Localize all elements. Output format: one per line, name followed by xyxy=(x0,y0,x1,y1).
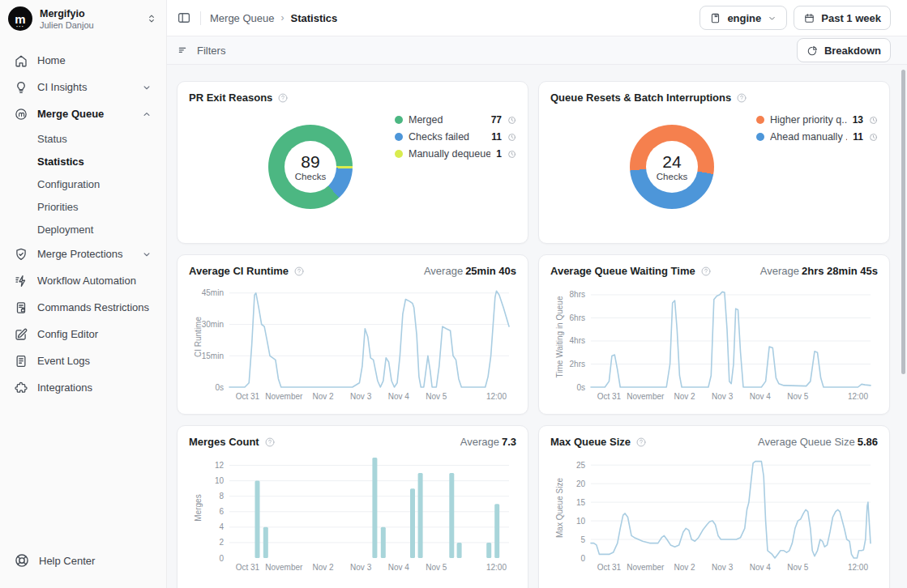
help-icon[interactable] xyxy=(736,92,747,104)
svg-text:Nov 4: Nov 4 xyxy=(750,563,772,572)
line-chart[interactable]: 0510152025Oct 31NovemberNov 2Nov 3Nov 4N… xyxy=(550,451,879,574)
filters-toolbar: Filters Breakdown xyxy=(167,36,907,65)
svg-text:Nov 4: Nov 4 xyxy=(750,392,772,401)
help-icon[interactable] xyxy=(293,266,305,277)
sidebar-item-workflow-automation[interactable]: Workflow Automation xyxy=(6,267,160,294)
card-pr-exit-reasons: PR Exit Reasons 89 Checks Merged77Checks… xyxy=(177,81,528,244)
svg-text:Nov 4: Nov 4 xyxy=(388,392,410,401)
svg-text:12: 12 xyxy=(215,461,225,470)
sidebar-item-event-logs[interactable]: Event Logs xyxy=(6,347,160,374)
sidebar-item-configuration[interactable]: Configuration xyxy=(6,173,160,195)
donut-chart[interactable]: 24 Checks xyxy=(630,125,714,209)
donut-center-value: 89 xyxy=(301,152,319,171)
sidebar-nav: HomeCI InsightsMerge QueueStatusStatisti… xyxy=(0,37,166,401)
svg-text:45min: 45min xyxy=(202,288,224,297)
pie-chart-icon xyxy=(806,45,819,57)
legend-value: 1 xyxy=(496,148,502,160)
sidebar-item-integrations[interactable]: Integrations xyxy=(6,374,160,401)
sidebar-item-commands-restrictions[interactable]: Commands Restrictions xyxy=(6,294,160,321)
average-readout: Average25min 40s xyxy=(424,265,516,277)
sidebar-item-config-editor[interactable]: Config Editor xyxy=(6,321,160,347)
svg-text:Nov 4: Nov 4 xyxy=(388,563,410,572)
sidebar-item-merge-queue[interactable]: Merge Queue xyxy=(6,100,160,127)
svg-text:12:00: 12:00 xyxy=(486,563,507,572)
card-title: Max Queue Size xyxy=(550,436,647,448)
sidebar-item-priorities[interactable]: Priorities xyxy=(6,195,160,218)
help-icon[interactable] xyxy=(700,266,712,277)
legend-dot xyxy=(756,116,764,124)
vertical-scrollbar-thumb[interactable] xyxy=(901,70,905,374)
line-chart[interactable]: 0s2hrs4hrs6hrs8hrsOct 31NovemberNov 2Nov… xyxy=(550,280,879,403)
clipboard-icon xyxy=(14,300,28,315)
legend-item[interactable]: Ahead manually ...11 xyxy=(756,131,878,143)
card-queue-resets: Queue Resets & Batch Interruptions 24 Ch… xyxy=(538,81,890,244)
svg-text:12:00: 12:00 xyxy=(848,563,868,572)
legend-item[interactable]: Checks failed11 xyxy=(395,131,516,143)
svg-text:15min: 15min xyxy=(202,352,224,360)
svg-text:Nov 3: Nov 3 xyxy=(350,392,372,401)
breadcrumb: Merge Queue › Statistics xyxy=(210,12,337,24)
filter-icon xyxy=(177,44,190,57)
svg-text:8: 8 xyxy=(219,492,224,501)
svg-text:CI Runtime: CI Runtime xyxy=(194,317,203,357)
queue-icon xyxy=(14,107,28,121)
donut-center-value: 24 xyxy=(662,152,681,171)
filters-button[interactable]: Filters xyxy=(177,44,225,57)
svg-text:0s: 0s xyxy=(215,383,224,392)
mergify-logo: m ··· xyxy=(8,6,32,31)
legend-label: Checks failed xyxy=(409,131,486,143)
sidebar-toggle-icon[interactable] xyxy=(177,11,191,25)
clock-icon[interactable] xyxy=(869,116,878,125)
help-icon[interactable] xyxy=(264,437,276,448)
svg-text:Nov 2: Nov 2 xyxy=(674,563,696,572)
sidebar-item-statistics[interactable]: Statistics xyxy=(6,150,160,173)
chart-legend: Higher priority q...13Ahead manually ...… xyxy=(756,114,878,143)
line-chart[interactable]: 0s15min30min45minOct 31NovemberNov 2Nov … xyxy=(189,280,517,403)
repository-selector-button[interactable]: engine xyxy=(700,6,787,30)
legend-dot xyxy=(395,133,403,141)
workspace-user: Julien Danjou xyxy=(40,20,94,30)
sidebar-item-merge-protections[interactable]: Merge Protections xyxy=(6,241,160,267)
puzzle-icon xyxy=(14,381,28,395)
svg-text:Nov 3: Nov 3 xyxy=(350,563,372,572)
clock-icon[interactable] xyxy=(507,133,516,142)
sidebar-item-home[interactable]: Home xyxy=(6,47,160,74)
sidebar-item-ci-insights[interactable]: CI Insights xyxy=(6,74,160,100)
svg-text:12:00: 12:00 xyxy=(848,392,868,401)
clock-icon[interactable] xyxy=(869,133,878,142)
bar-chart[interactable]: 024681012Oct 31NovemberNov 2Nov 3Nov 4No… xyxy=(189,451,517,574)
date-range-label: Past 1 week xyxy=(821,12,881,24)
svg-text:0: 0 xyxy=(580,554,585,563)
breakdown-button[interactable]: Breakdown xyxy=(797,38,891,62)
chart-legend: Merged77Checks failed11Manually dequeued… xyxy=(395,114,516,160)
clock-icon[interactable] xyxy=(507,116,516,125)
card-title: Average Queue Waiting Time xyxy=(550,265,712,277)
sidebar-item-help-center[interactable]: Help Center xyxy=(0,541,166,588)
svg-text:10: 10 xyxy=(215,476,225,485)
sidebar: m ··· Mergifyio Julien Danjou HomeCI Ins… xyxy=(0,0,167,588)
chevron-down-icon xyxy=(141,249,152,260)
svg-text:Oct 31: Oct 31 xyxy=(236,392,260,401)
sidebar-item-label: Integrations xyxy=(37,381,92,394)
svg-text:6: 6 xyxy=(219,507,224,516)
sidebar-item-deployment[interactable]: Deployment xyxy=(6,218,160,241)
legend-item[interactable]: Higher priority q...13 xyxy=(756,114,878,126)
legend-value: 11 xyxy=(491,131,502,143)
help-icon[interactable] xyxy=(277,92,289,104)
sidebar-item-status[interactable]: Status xyxy=(6,127,160,150)
svg-text:2hrs: 2hrs xyxy=(570,360,585,369)
clock-icon[interactable] xyxy=(507,150,516,159)
svg-text:Nov 5: Nov 5 xyxy=(787,563,809,572)
workspace-switcher[interactable]: m ··· Mergifyio Julien Danjou xyxy=(0,0,166,37)
unfold-icon[interactable] xyxy=(145,12,158,25)
card-average-ci-runtime: Average CI Runtime Average25min 40s 0s15… xyxy=(177,254,528,415)
breakdown-label: Breakdown xyxy=(824,45,881,57)
help-icon[interactable] xyxy=(635,437,647,448)
date-range-button[interactable]: Past 1 week xyxy=(794,6,891,30)
calendar-icon xyxy=(803,12,815,24)
donut-chart[interactable]: 89 Checks xyxy=(268,125,353,209)
legend-item[interactable]: Merged77 xyxy=(395,114,516,126)
average-readout: Average Queue Size5.86 xyxy=(758,436,878,448)
breadcrumb-parent[interactable]: Merge Queue xyxy=(210,12,275,24)
legend-item[interactable]: Manually dequeued1 xyxy=(395,148,516,160)
